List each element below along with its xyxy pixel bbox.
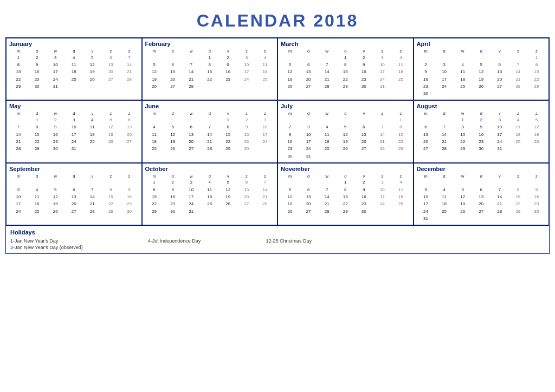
month-cell-august: Augustmdwdvzz 12345678910111213141516171… bbox=[414, 100, 550, 162]
day-header: z bbox=[391, 48, 410, 54]
day-header: z bbox=[256, 110, 274, 116]
day-cell: 9 bbox=[417, 69, 435, 76]
day-cell: 15 bbox=[509, 193, 527, 200]
day-header: d bbox=[28, 110, 46, 116]
day-header: z bbox=[120, 173, 138, 179]
day-cell: 9 bbox=[354, 61, 373, 68]
day-cell: 4 bbox=[435, 186, 454, 193]
day-header: d bbox=[164, 48, 182, 54]
day-cell: 29 bbox=[509, 208, 527, 215]
day-cell bbox=[28, 179, 46, 186]
day-cell bbox=[256, 146, 274, 153]
day-cell: 3 bbox=[373, 179, 391, 186]
day-cell: 29 bbox=[527, 83, 546, 90]
day-cell bbox=[373, 153, 391, 160]
day-cell: 24 bbox=[46, 76, 64, 83]
calendar-grid: Januarymdwdvzz12345678910111213141516171… bbox=[5, 37, 550, 226]
day-cell: 25 bbox=[391, 76, 410, 83]
day-cell: 26 bbox=[164, 146, 182, 153]
day-header: z bbox=[509, 110, 527, 116]
day-cell: 26 bbox=[219, 201, 237, 208]
day-cell: 18 bbox=[391, 193, 410, 200]
month-cell-november: Novembermdwdvzz 123456789101112131415161… bbox=[278, 163, 414, 225]
day-cell: 6 bbox=[164, 61, 182, 68]
day-cell: 4 bbox=[201, 179, 219, 186]
day-cell: 2 bbox=[281, 124, 299, 131]
day-cell: 27 bbox=[164, 83, 182, 90]
day-cell: 10 bbox=[435, 69, 454, 76]
day-header: v bbox=[219, 173, 237, 179]
day-header: w bbox=[454, 48, 472, 54]
day-header: v bbox=[354, 173, 373, 179]
day-cell: 7 bbox=[201, 124, 219, 131]
day-cell bbox=[373, 116, 391, 123]
day-cell: 11 bbox=[64, 61, 83, 68]
day-cell bbox=[201, 208, 219, 215]
day-cell: 6 bbox=[299, 61, 318, 68]
day-cell bbox=[435, 116, 454, 123]
month-cell-may: Maymdwdvzz 12345678910111213141516171819… bbox=[6, 100, 142, 162]
day-cell: 11 bbox=[318, 131, 336, 138]
day-cell bbox=[509, 54, 527, 61]
day-cell bbox=[491, 179, 509, 186]
day-cell: 6 bbox=[101, 54, 120, 61]
day-cell: 16 bbox=[527, 193, 546, 200]
day-header: m bbox=[417, 173, 435, 179]
day-cell bbox=[64, 83, 83, 90]
day-cell: 16 bbox=[219, 69, 237, 76]
day-cell: 4 bbox=[391, 54, 410, 61]
day-cell bbox=[417, 179, 435, 186]
day-cell: 6 bbox=[472, 186, 491, 193]
day-cell bbox=[527, 215, 546, 223]
day-cell: 22 bbox=[219, 139, 237, 146]
day-cell: 17 bbox=[373, 69, 391, 76]
day-cell: 6 bbox=[237, 179, 256, 186]
day-cell: 13 bbox=[164, 69, 182, 76]
day-cell bbox=[336, 153, 354, 160]
day-cell: 20 bbox=[120, 131, 138, 138]
day-cell bbox=[454, 179, 472, 186]
day-cell: 1 bbox=[454, 116, 472, 123]
day-cell: 3 bbox=[46, 54, 64, 61]
day-cell: 12 bbox=[281, 69, 299, 76]
day-cell: 7 bbox=[318, 61, 336, 68]
day-header: v bbox=[491, 110, 509, 116]
day-cell: 4 bbox=[509, 116, 527, 123]
day-cell: 4 bbox=[145, 124, 164, 131]
month-name: July bbox=[281, 103, 410, 109]
day-header: m bbox=[417, 48, 435, 54]
day-header: d bbox=[336, 173, 354, 179]
day-cell: 31 bbox=[417, 215, 435, 223]
day-cell: 20 bbox=[101, 69, 120, 76]
day-cell bbox=[145, 54, 164, 61]
day-cell: 7 bbox=[120, 54, 138, 61]
day-cell: 9 bbox=[281, 131, 299, 138]
day-cell: 18 bbox=[256, 69, 274, 76]
day-cell: 21 bbox=[373, 139, 391, 146]
day-cell: 2 bbox=[354, 54, 373, 61]
day-header: z bbox=[256, 173, 274, 179]
day-cell bbox=[120, 179, 138, 186]
day-cell: 22 bbox=[336, 201, 354, 208]
day-cell: 11 bbox=[391, 61, 410, 68]
day-header: v bbox=[491, 173, 509, 179]
day-cell: 22 bbox=[201, 76, 219, 83]
day-cell: 18 bbox=[435, 201, 454, 208]
day-cell: 28 bbox=[182, 83, 201, 90]
day-cell: 29 bbox=[101, 208, 120, 215]
day-cell bbox=[299, 54, 318, 61]
day-cell bbox=[318, 153, 336, 160]
day-cell: 21 bbox=[9, 139, 28, 146]
day-cell: 25 bbox=[83, 139, 101, 146]
day-cell: 1 bbox=[145, 179, 164, 186]
day-cell bbox=[417, 116, 435, 123]
day-cell: 11 bbox=[83, 124, 101, 131]
day-cell: 7 bbox=[491, 186, 509, 193]
day-cell: 16 bbox=[120, 193, 138, 200]
day-cell: 11 bbox=[391, 186, 410, 193]
day-cell: 3 bbox=[182, 179, 201, 186]
day-cell: 5 bbox=[101, 116, 120, 123]
day-cell: 23 bbox=[120, 201, 138, 208]
day-cell: 18 bbox=[145, 139, 164, 146]
day-cell: 16 bbox=[354, 193, 373, 200]
